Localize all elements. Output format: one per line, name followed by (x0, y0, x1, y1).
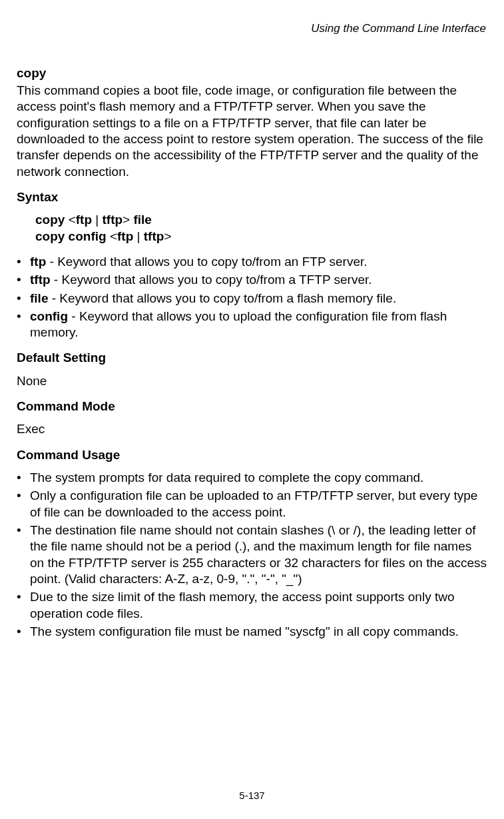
page-number: 5-137 (0, 789, 504, 802)
list-item: config - Keyword that allows you to uplo… (17, 309, 487, 341)
list-item: tftp - Keyword that allows you to copy t… (17, 272, 487, 288)
list-item: The system prompts for data required to … (17, 470, 487, 486)
param-description: - Keyword that allows you to copy to/fro… (48, 291, 396, 305)
syntax-pipe: | (133, 229, 144, 243)
param-keyword: tftp (30, 273, 51, 287)
command-description: This command copies a boot file, code im… (17, 83, 487, 180)
syntax-angle: > (123, 213, 133, 227)
syntax-heading: Syntax (17, 189, 487, 205)
syntax-line-2: copy config <ftp | tftp> (35, 229, 487, 245)
syntax-line-1: copy <ftp | tftp> file (35, 212, 487, 228)
usage-text: The destination file name should not con… (30, 523, 487, 586)
param-description: - Keyword that allows you to upload the … (30, 309, 447, 339)
list-item: file - Keyword that allows you to copy t… (17, 291, 487, 307)
syntax-keyword: ftp (76, 213, 92, 227)
param-keyword: file (30, 291, 48, 305)
usage-text: The system prompts for data required to … (30, 470, 423, 484)
syntax-text: copy config (35, 229, 110, 243)
syntax-block: copy <ftp | tftp> file copy config <ftp … (35, 212, 487, 245)
syntax-text: copy (35, 213, 69, 227)
running-head: Using the Command Line Interface (17, 21, 486, 36)
command-mode-heading: Command Mode (17, 399, 487, 414)
syntax-keyword: tftp (103, 213, 123, 227)
syntax-keyword: tftp (144, 229, 164, 243)
page: Using the Command Line Interface copy Th… (0, 0, 504, 819)
list-item: ftp - Keyword that allows you to copy to… (17, 254, 487, 270)
syntax-angle: < (69, 213, 76, 227)
list-item: The system configuration file must be na… (17, 624, 487, 640)
command-mode-value: Exec (17, 421, 487, 437)
syntax-angle: > (164, 229, 171, 243)
syntax-pipe: | (92, 213, 103, 227)
command-usage-list: The system prompts for data required to … (17, 470, 487, 640)
list-item: Due to the size limit of the flash memor… (17, 589, 487, 622)
usage-text: The system configuration file must be na… (30, 624, 459, 638)
syntax-keyword: ftp (117, 229, 133, 243)
param-description: - Keyword that allows you to copy to/fro… (46, 255, 367, 269)
usage-text: Only a configuration file can be uploade… (30, 488, 477, 518)
usage-text: Due to the size limit of the flash memor… (30, 590, 455, 620)
command-usage-heading: Command Usage (17, 447, 487, 463)
syntax-keyword: file (133, 213, 151, 227)
list-item: Only a configuration file can be uploade… (17, 488, 487, 520)
list-item: The destination file name should not con… (17, 522, 487, 587)
command-name: copy (17, 65, 487, 81)
syntax-angle: < (110, 229, 117, 243)
param-keyword: ftp (30, 255, 46, 269)
param-description: - Keyword that allows you to copy to/fro… (51, 273, 372, 287)
param-keyword: config (30, 309, 68, 323)
syntax-param-list: ftp - Keyword that allows you to copy to… (17, 254, 487, 341)
default-setting-value: None (17, 373, 487, 389)
default-setting-heading: Default Setting (17, 350, 487, 366)
